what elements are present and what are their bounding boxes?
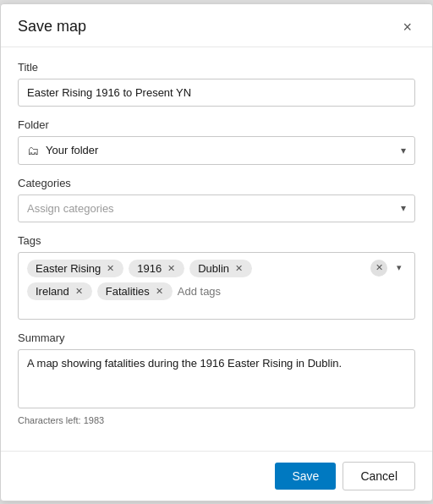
tag-dublin: Dublin ✕ xyxy=(189,260,252,277)
tag-ireland: Ireland ✕ xyxy=(27,282,92,300)
tag-text: Easter Rising xyxy=(36,262,101,275)
tags-label: Tags xyxy=(18,234,415,247)
tags-container: Easter Rising ✕ 1916 ✕ Dublin ✕ ✕ ▾ xyxy=(18,252,415,320)
tag-text: Fatalities xyxy=(106,285,150,298)
tag-remove-dublin[interactable]: ✕ xyxy=(234,263,244,274)
tags-clear-button[interactable]: ✕ xyxy=(370,260,387,277)
folder-icon: 🗂 xyxy=(27,144,39,157)
chars-left-value: 1983 xyxy=(84,415,104,425)
folder-chevron-icon: ▾ xyxy=(401,145,406,156)
summary-textarea[interactable]: A map showing fatalities during the 1916… xyxy=(18,349,415,408)
categories-field-group: Categories Assign categories ▾ xyxy=(18,177,415,222)
title-label: Title xyxy=(18,61,415,74)
add-tags-input[interactable] xyxy=(178,282,320,300)
dialog-body: Title Folder 🗂 Your folder ▾ Categories … xyxy=(1,47,432,451)
tag-1916: 1916 ✕ xyxy=(129,260,184,277)
close-button[interactable]: × xyxy=(399,18,415,36)
tag-text: Dublin xyxy=(198,262,229,275)
folder-field-group: Folder 🗂 Your folder ▾ xyxy=(18,118,415,165)
tag-text: Ireland xyxy=(36,285,69,298)
tags-row-2: Ireland ✕ Fatalities ✕ xyxy=(27,282,320,300)
dialog-footer: Save Cancel xyxy=(1,451,432,501)
tags-controls: ✕ ▾ xyxy=(370,260,408,277)
summary-label: Summary xyxy=(18,331,415,344)
categories-label: Categories xyxy=(18,177,415,189)
tag-remove-1916[interactable]: ✕ xyxy=(167,263,176,274)
save-map-dialog: Save map × Title Folder 🗂 Your folder ▾ … xyxy=(0,3,433,501)
tag-fatalities: Fatalities ✕ xyxy=(97,282,173,300)
title-input[interactable] xyxy=(18,79,415,107)
char-count: Characters left: 1983 xyxy=(18,415,415,425)
tag-text: 1916 xyxy=(137,262,162,275)
folder-value: Your folder xyxy=(46,144,401,156)
categories-placeholder: Assign categories xyxy=(27,202,401,215)
tag-remove-fatalities[interactable]: ✕ xyxy=(155,286,164,297)
cancel-button[interactable]: Cancel xyxy=(343,462,415,490)
dialog-title: Save map xyxy=(18,18,86,36)
tag-remove-easter-rising[interactable]: ✕ xyxy=(106,263,115,274)
categories-dropdown[interactable]: Assign categories ▾ xyxy=(18,194,415,222)
tags-expand-button[interactable]: ▾ xyxy=(391,260,408,277)
categories-chevron-icon: ▾ xyxy=(401,202,406,214)
summary-textarea-wrapper: A map showing fatalities during the 1916… xyxy=(18,349,415,412)
tags-field-group: Tags Easter Rising ✕ 1916 ✕ Dublin ✕ ✕ xyxy=(18,234,415,320)
tag-remove-ireland[interactable]: ✕ xyxy=(74,286,84,297)
summary-field-group: Summary A map showing fatalities during … xyxy=(18,331,415,425)
folder-label: Folder xyxy=(18,118,415,131)
dialog-header: Save map × xyxy=(1,4,432,47)
chars-left-label: Characters left: xyxy=(18,415,81,425)
folder-dropdown[interactable]: 🗂 Your folder ▾ xyxy=(18,136,415,165)
title-field-group: Title xyxy=(18,61,415,107)
tag-easter-rising: Easter Rising ✕ xyxy=(27,260,123,277)
save-button[interactable]: Save xyxy=(275,463,336,490)
